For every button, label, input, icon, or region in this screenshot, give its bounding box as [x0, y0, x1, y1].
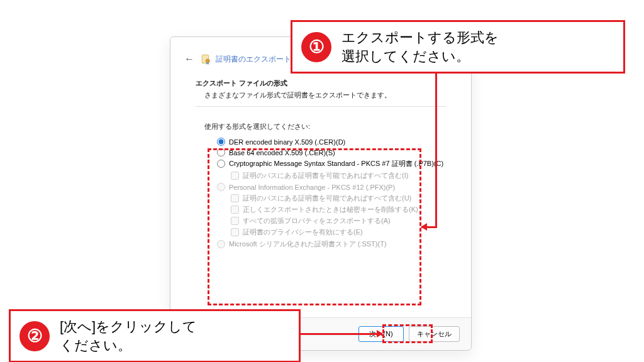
check-pkcs7-label: 証明のパスにある証明書を可能であればすべて含む(I): [243, 171, 408, 180]
check-pfx-delete-key: 正しくエクスポートされたときは秘密キーを削除する(K): [217, 205, 446, 214]
radio-der-input[interactable]: [217, 138, 225, 146]
radio-pkcs7[interactable]: Cryptographic Message Syntax Standard - …: [217, 159, 446, 168]
select-format-instruction: 使用する形式を選択してください:: [196, 122, 446, 131]
check-pfx-input-2: [231, 206, 239, 214]
radio-der[interactable]: DER encoded binary X.509 (.CER)(D): [217, 138, 446, 146]
annotation-arrow-1-horizontal: [421, 226, 435, 228]
callout-2-text: [次へ]をクリックして ください。: [60, 317, 197, 354]
check-pfx-input-3: [231, 217, 239, 225]
radio-sst-input: [217, 240, 225, 248]
svg-point-1: [206, 59, 209, 63]
radio-pfx-input: [217, 183, 225, 191]
divider: [196, 106, 446, 107]
section-description: さまざまなファイル形式で証明書をエクスポートできます。: [196, 90, 446, 100]
check-pkcs7-include-path: 証明のパスにある証明書を可能であればすべて含む(I): [217, 171, 446, 180]
check-pfx-input-4: [231, 228, 239, 236]
radio-base64[interactable]: Base 64 encoded X.509 (.CER)(S): [217, 148, 446, 156]
check-pfx-label-3: すべての拡張プロパティをエクスポートする(A): [243, 216, 391, 226]
radio-pfx: Personal Information Exchange - PKCS #12…: [217, 183, 446, 191]
annotation-arrow-1-vertical: [435, 71, 437, 228]
callout-1-text: エクスポートする形式を 選択してください。: [341, 28, 499, 65]
radio-pkcs7-label: Cryptographic Message Syntax Standard - …: [229, 159, 443, 168]
export-wizard-dialog: ← 証明書のエクスポート ウィザード エクスポート ファイルの形式 さまざまなフ…: [170, 36, 472, 351]
radio-base64-label: Base 64 encoded X.509 (.CER)(S): [229, 149, 335, 156]
check-pfx-export-props: すべての拡張プロパティをエクスポートする(A): [217, 216, 446, 226]
dialog-body: エクスポート ファイルの形式 さまざまなファイル形式で証明書をエクスポートできま…: [170, 71, 471, 249]
certificate-icon: [201, 53, 212, 65]
callout-2-badge: ②: [19, 321, 50, 351]
check-pfx-input-1: [231, 194, 239, 202]
radio-sst-label: Microsoft シリアル化された証明書ストア (.SST)(T): [229, 239, 387, 249]
radio-base64-input[interactable]: [217, 148, 225, 156]
callout-1-badge: ①: [301, 32, 331, 62]
check-pfx-include-path: 証明のパスにある証明書を可能であればすべて含む(U): [217, 194, 446, 203]
radio-pfx-label: Personal Information Exchange - PKCS #12…: [229, 184, 395, 191]
check-pfx-privacy: 証明書のプライバシーを有効にする(E): [217, 228, 446, 237]
radio-sst: Microsoft シリアル化された証明書ストア (.SST)(T): [217, 239, 446, 249]
section-title: エクスポート ファイルの形式: [196, 79, 446, 88]
back-arrow-icon[interactable]: ←: [184, 53, 194, 65]
check-pfx-label-1: 証明のパスにある証明書を可能であればすべて含む(U): [243, 194, 411, 203]
format-options: DER encoded binary X.509 (.CER)(D) Base …: [196, 138, 446, 249]
check-pfx-label-4: 証明書のプライバシーを有効にする(E): [243, 228, 363, 237]
check-pkcs7-input: [231, 172, 239, 180]
check-pfx-label-2: 正しくエクスポートされたときは秘密キーを削除する(K): [243, 205, 418, 214]
callout-2: ② [次へ]をクリックして ください。: [9, 309, 301, 362]
radio-der-label: DER encoded binary X.509 (.CER)(D): [229, 138, 345, 146]
annotation-arrow-2: [301, 333, 382, 335]
cancel-button[interactable]: キャンセル: [409, 326, 460, 342]
callout-1: ① エクスポートする形式を 選択してください。: [291, 20, 625, 74]
radio-pkcs7-input[interactable]: [217, 160, 225, 168]
